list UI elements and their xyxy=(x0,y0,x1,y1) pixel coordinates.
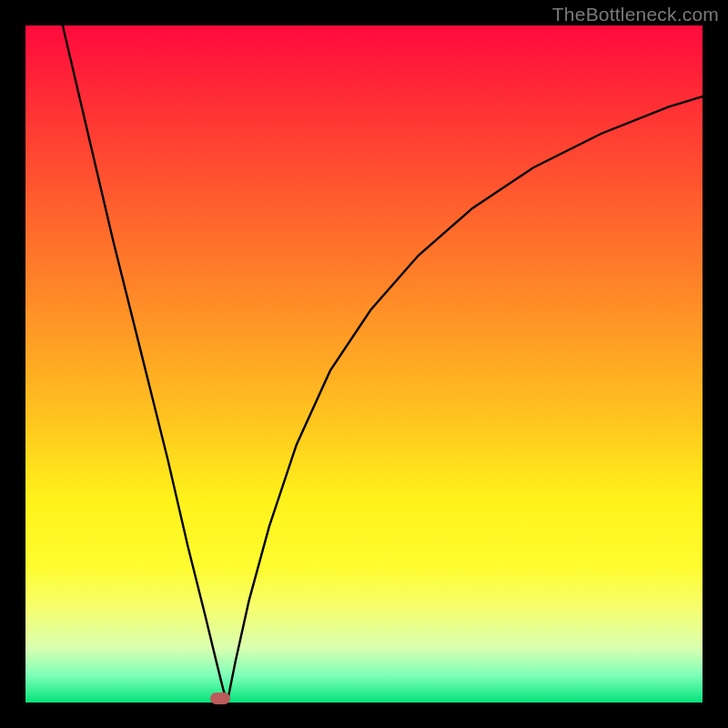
watermark-text: TheBottleneck.com xyxy=(552,4,719,25)
curve-path xyxy=(63,25,703,703)
bottleneck-curve xyxy=(25,25,703,703)
plot-area xyxy=(25,25,703,703)
chart-frame: TheBottleneck.com xyxy=(0,0,728,728)
min-marker xyxy=(210,693,230,704)
